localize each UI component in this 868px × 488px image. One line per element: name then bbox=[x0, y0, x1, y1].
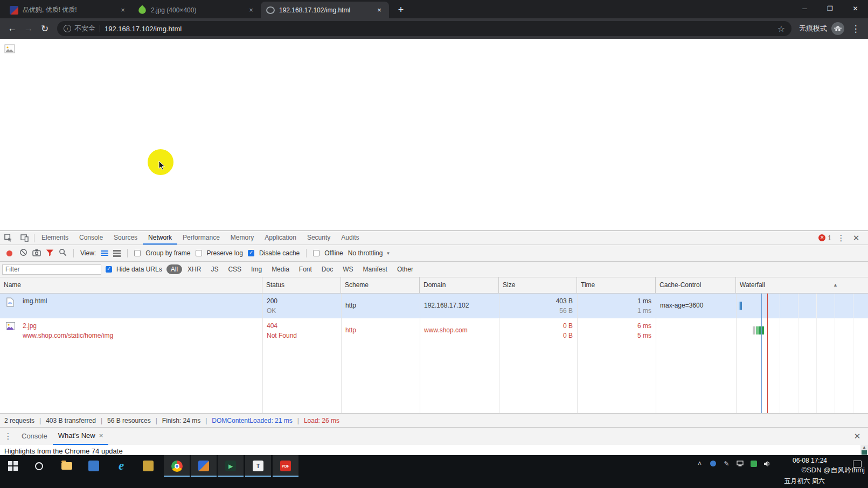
preserve-log-label[interactable]: Preserve log bbox=[207, 249, 243, 257]
photos-app-button[interactable] bbox=[81, 455, 107, 477]
browser-menu-icon[interactable]: ⋮ bbox=[848, 20, 864, 37]
filter-input[interactable] bbox=[2, 264, 101, 275]
chrome-button[interactable] bbox=[164, 455, 190, 477]
inspect-element-icon[interactable] bbox=[0, 231, 16, 245]
record-icon[interactable] bbox=[6, 250, 12, 256]
tray-app-icon[interactable] bbox=[709, 459, 717, 468]
scrollbar-thumb[interactable] bbox=[862, 450, 867, 455]
group-by-frame-checkbox[interactable] bbox=[134, 250, 141, 256]
paint-app-button[interactable] bbox=[135, 455, 161, 477]
clear-icon[interactable] bbox=[19, 248, 27, 258]
throttling-select[interactable]: No throttling ▼ bbox=[348, 249, 391, 257]
request-row-2jpg[interactable]: 2.jpg www.shop.com/static/home/img 404 N… bbox=[0, 318, 868, 343]
error-count-badge[interactable]: ✕ 1 bbox=[818, 234, 831, 242]
start-button[interactable] bbox=[0, 455, 26, 477]
offline-label[interactable]: Offline bbox=[324, 249, 343, 257]
column-header-status[interactable]: Status bbox=[262, 277, 341, 293]
search-icon[interactable] bbox=[59, 248, 67, 258]
column-header-domain[interactable]: Domain bbox=[420, 277, 499, 293]
address-bar[interactable]: i 不安全 192.168.17.102/img.html ☆ bbox=[57, 21, 791, 36]
column-header-size[interactable]: Size bbox=[499, 277, 577, 293]
devtools-tab-application[interactable]: Application bbox=[259, 231, 302, 245]
security-app-icon[interactable] bbox=[749, 459, 758, 468]
column-header-waterfall[interactable]: Waterfall bbox=[736, 277, 868, 293]
column-header-name[interactable]: Name bbox=[0, 277, 262, 293]
back-icon[interactable]: ← bbox=[4, 20, 20, 37]
messenger-app-button[interactable] bbox=[191, 455, 217, 477]
taskbar-clock-date[interactable]: 五月初六 周六 bbox=[767, 477, 842, 486]
filter-pill-media[interactable]: Media bbox=[267, 264, 294, 274]
devtools-tab-security[interactable]: Security bbox=[302, 231, 336, 245]
filter-pill-all[interactable]: All bbox=[166, 264, 182, 274]
security-label[interactable]: 不安全 bbox=[74, 24, 95, 33]
device-toolbar-icon[interactable] bbox=[16, 231, 32, 245]
disable-cache-label[interactable]: Disable cache bbox=[259, 249, 300, 257]
tab-close-icon[interactable]: × bbox=[119, 6, 127, 15]
waterfall-bar[interactable] bbox=[739, 302, 742, 310]
filter-pill-js[interactable]: JS bbox=[206, 264, 223, 274]
filter-funnel-icon[interactable] bbox=[46, 249, 54, 258]
waterfall-wait-bar[interactable] bbox=[753, 326, 755, 334]
filter-pill-font[interactable]: Font bbox=[295, 264, 316, 274]
filter-pill-xhr[interactable]: XHR bbox=[183, 264, 205, 274]
close-window-button[interactable]: ✕ bbox=[843, 0, 868, 17]
incognito-icon[interactable] bbox=[831, 22, 844, 35]
devtools-tab-sources[interactable]: Sources bbox=[108, 231, 143, 245]
offline-checkbox[interactable] bbox=[313, 250, 320, 256]
reload-icon[interactable]: ↻ bbox=[37, 20, 53, 37]
info-icon[interactable]: i bbox=[64, 25, 71, 32]
devtools-tab-audits[interactable]: Audits bbox=[336, 231, 364, 245]
screenshot-icon[interactable] bbox=[32, 249, 41, 258]
text-editor-button[interactable]: T bbox=[245, 455, 271, 477]
filter-pill-ws[interactable]: WS bbox=[338, 264, 357, 274]
filter-pill-doc[interactable]: Doc bbox=[317, 264, 337, 274]
column-header-scheme[interactable]: Scheme bbox=[341, 277, 420, 293]
filter-pill-css[interactable]: CSS bbox=[224, 264, 246, 274]
waterfall-bar[interactable] bbox=[756, 326, 764, 334]
network-icon[interactable] bbox=[736, 459, 744, 468]
tray-chevron-up-icon[interactable]: ˄ bbox=[696, 459, 704, 468]
url-text[interactable]: 192.168.17.102/img.html bbox=[105, 25, 777, 33]
sort-ascending-icon[interactable]: ▲ bbox=[833, 277, 838, 293]
devtools-tab-network[interactable]: Network bbox=[143, 231, 177, 245]
drawer-close-icon[interactable]: ✕ bbox=[846, 431, 868, 441]
scroll-up-icon[interactable]: ▲ bbox=[860, 445, 868, 450]
request-row-imghtml[interactable]: <> img.html 200 OK http 192.168.17.102 4… bbox=[0, 294, 868, 318]
filter-pill-manifest[interactable]: Manifest bbox=[359, 264, 392, 274]
column-header-cache-control[interactable]: Cache-Control bbox=[656, 277, 736, 293]
media-app-button[interactable]: ▶ bbox=[218, 455, 244, 477]
devtools-tab-console[interactable]: Console bbox=[74, 231, 108, 245]
new-tab-button[interactable]: + bbox=[393, 2, 408, 17]
maximize-button[interactable]: ❐ bbox=[817, 0, 843, 17]
ie-browser-button[interactable]: e bbox=[108, 455, 134, 477]
bookmark-star-icon[interactable]: ☆ bbox=[777, 24, 785, 34]
browser-tab-imghtml-active[interactable]: 192.168.17.102/img.html × bbox=[261, 2, 389, 18]
pen-settings-icon[interactable]: ✎ bbox=[723, 459, 731, 468]
filter-pill-img[interactable]: Img bbox=[247, 264, 266, 274]
devtools-menu-icon[interactable]: ⋮ bbox=[836, 233, 846, 243]
devtools-close-icon[interactable]: ✕ bbox=[851, 233, 862, 243]
forward-icon[interactable]: → bbox=[20, 20, 37, 37]
show-overview-icon[interactable] bbox=[113, 250, 121, 257]
tab-close-icon[interactable]: × bbox=[247, 6, 255, 15]
drawer-menu-icon[interactable]: ⋮ bbox=[0, 431, 16, 441]
filter-pill-other[interactable]: Other bbox=[393, 264, 418, 274]
preserve-log-checkbox[interactable] bbox=[196, 250, 202, 256]
browser-tab-image[interactable]: 2.jpg (400×400) × bbox=[133, 2, 261, 18]
drawer-tab-close-icon[interactable]: × bbox=[99, 427, 103, 444]
column-header-time[interactable]: Time bbox=[577, 277, 656, 293]
minimize-button[interactable]: ─ bbox=[792, 0, 817, 17]
taskbar-clock-time[interactable]: 06-08 17:24 bbox=[777, 457, 842, 465]
action-center-icon[interactable] bbox=[853, 461, 862, 468]
volume-icon[interactable] bbox=[763, 459, 771, 468]
hide-data-urls-checkbox[interactable] bbox=[106, 266, 112, 273]
browser-tab-pinyougou[interactable]: 品优购, 优质! 优质! × bbox=[4, 2, 133, 18]
devtools-tab-elements[interactable]: Elements bbox=[36, 231, 74, 245]
pdf-app-button[interactable]: PDF bbox=[273, 455, 298, 477]
tab-close-icon[interactable]: × bbox=[375, 6, 384, 15]
group-by-frame-label[interactable]: Group by frame bbox=[145, 249, 190, 257]
drawer-tab-whats-new[interactable]: What's New × bbox=[53, 428, 109, 445]
search-button[interactable] bbox=[26, 455, 52, 477]
devtools-tab-performance[interactable]: Performance bbox=[177, 231, 225, 245]
file-explorer-button[interactable] bbox=[54, 455, 80, 477]
